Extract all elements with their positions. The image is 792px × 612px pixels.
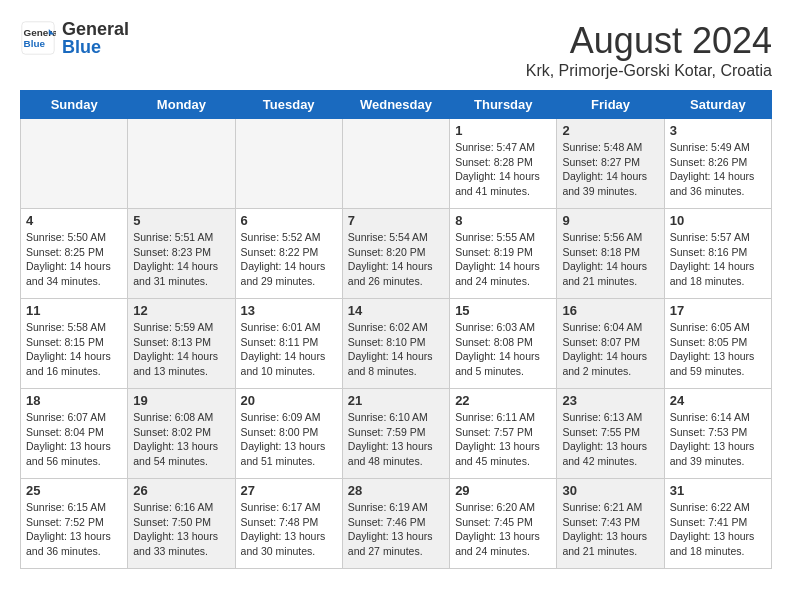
logo-general-text: General (62, 20, 129, 38)
day-number: 20 (241, 393, 337, 408)
week-row-1: 1Sunrise: 5:47 AM Sunset: 8:28 PM Daylig… (21, 119, 772, 209)
day-number: 3 (670, 123, 766, 138)
calendar-table: SundayMondayTuesdayWednesdayThursdayFrid… (20, 90, 772, 569)
calendar-cell: 23Sunrise: 6:13 AM Sunset: 7:55 PM Dayli… (557, 389, 664, 479)
svg-text:Blue: Blue (24, 38, 46, 49)
day-number: 24 (670, 393, 766, 408)
cell-info: Sunrise: 6:15 AM Sunset: 7:52 PM Dayligh… (26, 500, 122, 559)
cell-info: Sunrise: 6:03 AM Sunset: 8:08 PM Dayligh… (455, 320, 551, 379)
day-number: 18 (26, 393, 122, 408)
day-header-wednesday: Wednesday (342, 91, 449, 119)
day-header-thursday: Thursday (450, 91, 557, 119)
day-number: 14 (348, 303, 444, 318)
day-header-friday: Friday (557, 91, 664, 119)
week-row-3: 11Sunrise: 5:58 AM Sunset: 8:15 PM Dayli… (21, 299, 772, 389)
cell-info: Sunrise: 6:19 AM Sunset: 7:46 PM Dayligh… (348, 500, 444, 559)
day-number: 13 (241, 303, 337, 318)
day-number: 26 (133, 483, 229, 498)
calendar-cell: 5Sunrise: 5:51 AM Sunset: 8:23 PM Daylig… (128, 209, 235, 299)
day-header-sunday: Sunday (21, 91, 128, 119)
calendar-cell: 13Sunrise: 6:01 AM Sunset: 8:11 PM Dayli… (235, 299, 342, 389)
cell-info: Sunrise: 6:13 AM Sunset: 7:55 PM Dayligh… (562, 410, 658, 469)
day-headers-row: SundayMondayTuesdayWednesdayThursdayFrid… (21, 91, 772, 119)
cell-info: Sunrise: 5:55 AM Sunset: 8:19 PM Dayligh… (455, 230, 551, 289)
cell-info: Sunrise: 6:10 AM Sunset: 7:59 PM Dayligh… (348, 410, 444, 469)
logo: General Blue General Blue (20, 20, 129, 56)
calendar-cell (128, 119, 235, 209)
cell-info: Sunrise: 6:21 AM Sunset: 7:43 PM Dayligh… (562, 500, 658, 559)
calendar-cell: 1Sunrise: 5:47 AM Sunset: 8:28 PM Daylig… (450, 119, 557, 209)
calendar-cell: 29Sunrise: 6:20 AM Sunset: 7:45 PM Dayli… (450, 479, 557, 569)
calendar-cell: 26Sunrise: 6:16 AM Sunset: 7:50 PM Dayli… (128, 479, 235, 569)
day-number: 31 (670, 483, 766, 498)
title-area: August 2024 Krk, Primorje-Gorski Kotar, … (526, 20, 772, 80)
day-number: 5 (133, 213, 229, 228)
calendar-cell: 16Sunrise: 6:04 AM Sunset: 8:07 PM Dayli… (557, 299, 664, 389)
cell-info: Sunrise: 5:49 AM Sunset: 8:26 PM Dayligh… (670, 140, 766, 199)
day-number: 30 (562, 483, 658, 498)
logo-icon: General Blue (20, 20, 56, 56)
day-number: 8 (455, 213, 551, 228)
cell-info: Sunrise: 5:51 AM Sunset: 8:23 PM Dayligh… (133, 230, 229, 289)
cell-info: Sunrise: 6:05 AM Sunset: 8:05 PM Dayligh… (670, 320, 766, 379)
calendar-cell (21, 119, 128, 209)
calendar-cell: 25Sunrise: 6:15 AM Sunset: 7:52 PM Dayli… (21, 479, 128, 569)
day-header-monday: Monday (128, 91, 235, 119)
cell-info: Sunrise: 5:47 AM Sunset: 8:28 PM Dayligh… (455, 140, 551, 199)
location: Krk, Primorje-Gorski Kotar, Croatia (526, 62, 772, 80)
day-header-tuesday: Tuesday (235, 91, 342, 119)
calendar-cell: 6Sunrise: 5:52 AM Sunset: 8:22 PM Daylig… (235, 209, 342, 299)
day-number: 12 (133, 303, 229, 318)
cell-info: Sunrise: 6:07 AM Sunset: 8:04 PM Dayligh… (26, 410, 122, 469)
calendar-cell (342, 119, 449, 209)
calendar-cell: 28Sunrise: 6:19 AM Sunset: 7:46 PM Dayli… (342, 479, 449, 569)
day-number: 17 (670, 303, 766, 318)
day-number: 10 (670, 213, 766, 228)
calendar-cell: 19Sunrise: 6:08 AM Sunset: 8:02 PM Dayli… (128, 389, 235, 479)
cell-info: Sunrise: 5:58 AM Sunset: 8:15 PM Dayligh… (26, 320, 122, 379)
cell-info: Sunrise: 6:08 AM Sunset: 8:02 PM Dayligh… (133, 410, 229, 469)
day-number: 25 (26, 483, 122, 498)
cell-info: Sunrise: 6:04 AM Sunset: 8:07 PM Dayligh… (562, 320, 658, 379)
cell-info: Sunrise: 6:22 AM Sunset: 7:41 PM Dayligh… (670, 500, 766, 559)
week-row-5: 25Sunrise: 6:15 AM Sunset: 7:52 PM Dayli… (21, 479, 772, 569)
calendar-cell: 8Sunrise: 5:55 AM Sunset: 8:19 PM Daylig… (450, 209, 557, 299)
day-number: 9 (562, 213, 658, 228)
calendar-cell: 7Sunrise: 5:54 AM Sunset: 8:20 PM Daylig… (342, 209, 449, 299)
logo-blue-text: Blue (62, 38, 129, 56)
cell-info: Sunrise: 5:48 AM Sunset: 8:27 PM Dayligh… (562, 140, 658, 199)
day-number: 22 (455, 393, 551, 408)
logo-text: General Blue (62, 20, 129, 56)
day-number: 19 (133, 393, 229, 408)
cell-info: Sunrise: 5:54 AM Sunset: 8:20 PM Dayligh… (348, 230, 444, 289)
cell-info: Sunrise: 6:16 AM Sunset: 7:50 PM Dayligh… (133, 500, 229, 559)
calendar-cell: 27Sunrise: 6:17 AM Sunset: 7:48 PM Dayli… (235, 479, 342, 569)
calendar-cell: 12Sunrise: 5:59 AM Sunset: 8:13 PM Dayli… (128, 299, 235, 389)
day-number: 21 (348, 393, 444, 408)
day-number: 4 (26, 213, 122, 228)
cell-info: Sunrise: 5:52 AM Sunset: 8:22 PM Dayligh… (241, 230, 337, 289)
day-number: 1 (455, 123, 551, 138)
calendar-cell (235, 119, 342, 209)
day-header-saturday: Saturday (664, 91, 771, 119)
cell-info: Sunrise: 5:59 AM Sunset: 8:13 PM Dayligh… (133, 320, 229, 379)
calendar-cell: 3Sunrise: 5:49 AM Sunset: 8:26 PM Daylig… (664, 119, 771, 209)
day-number: 2 (562, 123, 658, 138)
calendar-cell: 9Sunrise: 5:56 AM Sunset: 8:18 PM Daylig… (557, 209, 664, 299)
cell-info: Sunrise: 5:57 AM Sunset: 8:16 PM Dayligh… (670, 230, 766, 289)
cell-info: Sunrise: 6:20 AM Sunset: 7:45 PM Dayligh… (455, 500, 551, 559)
calendar-cell: 31Sunrise: 6:22 AM Sunset: 7:41 PM Dayli… (664, 479, 771, 569)
day-number: 16 (562, 303, 658, 318)
cell-info: Sunrise: 6:02 AM Sunset: 8:10 PM Dayligh… (348, 320, 444, 379)
calendar-cell: 2Sunrise: 5:48 AM Sunset: 8:27 PM Daylig… (557, 119, 664, 209)
day-number: 7 (348, 213, 444, 228)
calendar-cell: 14Sunrise: 6:02 AM Sunset: 8:10 PM Dayli… (342, 299, 449, 389)
header: General Blue General Blue August 2024 Kr… (20, 20, 772, 80)
calendar-cell: 30Sunrise: 6:21 AM Sunset: 7:43 PM Dayli… (557, 479, 664, 569)
cell-info: Sunrise: 5:50 AM Sunset: 8:25 PM Dayligh… (26, 230, 122, 289)
calendar-cell: 24Sunrise: 6:14 AM Sunset: 7:53 PM Dayli… (664, 389, 771, 479)
day-number: 29 (455, 483, 551, 498)
calendar-cell: 22Sunrise: 6:11 AM Sunset: 7:57 PM Dayli… (450, 389, 557, 479)
cell-info: Sunrise: 6:01 AM Sunset: 8:11 PM Dayligh… (241, 320, 337, 379)
cell-info: Sunrise: 5:56 AM Sunset: 8:18 PM Dayligh… (562, 230, 658, 289)
